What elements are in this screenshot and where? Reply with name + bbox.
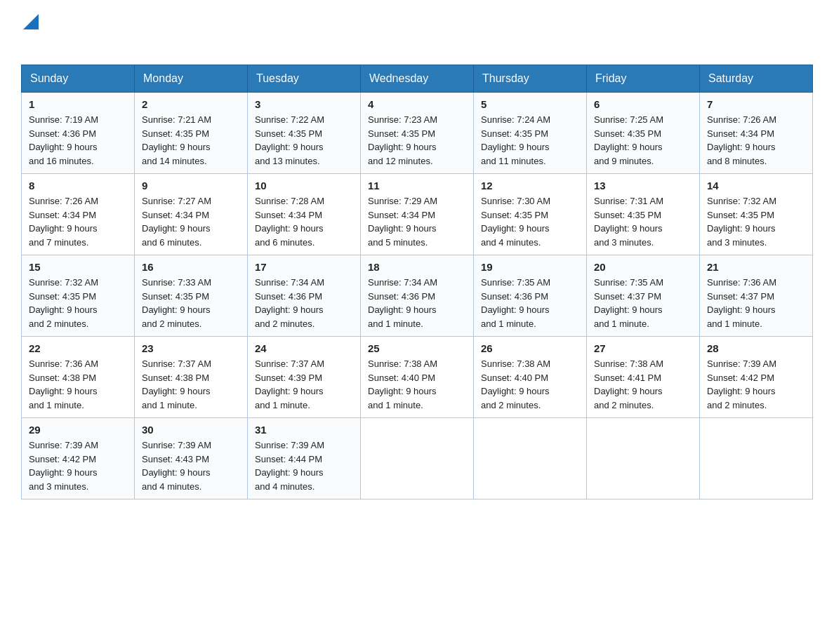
day-number: 22	[29, 342, 127, 354]
day-number: 13	[594, 180, 692, 192]
calendar-cell: 10 Sunrise: 7:28 AM Sunset: 4:34 PM Dayl…	[248, 174, 361, 255]
day-number: 31	[255, 424, 353, 436]
day-info: Sunrise: 7:31 AM Sunset: 4:35 PM Dayligh…	[594, 194, 692, 249]
calendar-cell	[474, 418, 587, 499]
calendar-cell: 18 Sunrise: 7:34 AM Sunset: 4:36 PM Dayl…	[361, 255, 474, 337]
calendar-week-row: 8 Sunrise: 7:26 AM Sunset: 4:34 PM Dayli…	[22, 174, 813, 255]
day-number: 21	[707, 261, 805, 273]
day-number: 12	[481, 180, 579, 192]
day-info: Sunrise: 7:38 AM Sunset: 4:40 PM Dayligh…	[368, 357, 466, 412]
day-info: Sunrise: 7:30 AM Sunset: 4:35 PM Dayligh…	[481, 194, 579, 249]
day-number: 15	[29, 261, 127, 273]
calendar-cell: 27 Sunrise: 7:38 AM Sunset: 4:41 PM Dayl…	[587, 337, 700, 418]
svg-marker-0	[23, 14, 39, 29]
day-number: 14	[707, 180, 805, 192]
day-number: 9	[142, 180, 240, 192]
day-info: Sunrise: 7:28 AM Sunset: 4:34 PM Dayligh…	[255, 194, 353, 249]
day-info: Sunrise: 7:38 AM Sunset: 4:40 PM Dayligh…	[481, 357, 579, 412]
column-header-tuesday: Tuesday	[248, 65, 361, 93]
day-info: Sunrise: 7:35 AM Sunset: 4:37 PM Dayligh…	[594, 276, 692, 330]
calendar-cell	[361, 418, 474, 499]
day-number: 10	[255, 180, 353, 192]
calendar-cell: 22 Sunrise: 7:36 AM Sunset: 4:38 PM Dayl…	[22, 337, 135, 418]
calendar-cell: 9 Sunrise: 7:27 AM Sunset: 4:34 PM Dayli…	[135, 174, 248, 255]
day-number: 11	[368, 180, 466, 192]
calendar-cell: 28 Sunrise: 7:39 AM Sunset: 4:42 PM Dayl…	[700, 337, 813, 418]
day-info: Sunrise: 7:32 AM Sunset: 4:35 PM Dayligh…	[707, 194, 805, 249]
day-info: Sunrise: 7:21 AM Sunset: 4:35 PM Dayligh…	[142, 113, 240, 168]
calendar-cell: 29 Sunrise: 7:39 AM Sunset: 4:42 PM Dayl…	[22, 418, 135, 499]
column-header-monday: Monday	[135, 65, 248, 93]
day-info: Sunrise: 7:39 AM Sunset: 4:43 PM Dayligh…	[142, 438, 240, 493]
calendar-cell: 25 Sunrise: 7:38 AM Sunset: 4:40 PM Dayl…	[361, 337, 474, 418]
day-info: Sunrise: 7:38 AM Sunset: 4:41 PM Dayligh…	[594, 357, 692, 412]
day-number: 30	[142, 424, 240, 436]
calendar-week-row: 15 Sunrise: 7:32 AM Sunset: 4:35 PM Dayl…	[22, 255, 813, 337]
day-number: 16	[142, 261, 240, 273]
day-number: 4	[368, 98, 466, 110]
day-number: 7	[707, 98, 805, 110]
calendar-cell: 4 Sunrise: 7:23 AM Sunset: 4:35 PM Dayli…	[361, 93, 474, 174]
day-number: 3	[255, 98, 353, 110]
day-number: 5	[481, 98, 579, 110]
day-info: Sunrise: 7:36 AM Sunset: 4:38 PM Dayligh…	[29, 357, 127, 412]
day-info: Sunrise: 7:34 AM Sunset: 4:36 PM Dayligh…	[255, 276, 353, 330]
column-header-thursday: Thursday	[474, 65, 587, 93]
day-info: Sunrise: 7:23 AM Sunset: 4:35 PM Dayligh…	[368, 113, 466, 168]
day-info: Sunrise: 7:37 AM Sunset: 4:38 PM Dayligh…	[142, 357, 240, 412]
day-number: 23	[142, 342, 240, 354]
logo-icon	[23, 14, 39, 31]
calendar-cell: 26 Sunrise: 7:38 AM Sunset: 4:40 PM Dayl…	[474, 337, 587, 418]
calendar-cell: 21 Sunrise: 7:36 AM Sunset: 4:37 PM Dayl…	[700, 255, 813, 337]
calendar-week-row: 29 Sunrise: 7:39 AM Sunset: 4:42 PM Dayl…	[22, 418, 813, 499]
column-header-wednesday: Wednesday	[361, 65, 474, 93]
day-number: 18	[368, 261, 466, 273]
day-info: Sunrise: 7:39 AM Sunset: 4:42 PM Dayligh…	[29, 438, 127, 493]
day-number: 27	[594, 342, 692, 354]
day-number: 29	[29, 424, 127, 436]
day-info: Sunrise: 7:32 AM Sunset: 4:35 PM Dayligh…	[29, 276, 127, 330]
day-number: 26	[481, 342, 579, 354]
day-info: Sunrise: 7:35 AM Sunset: 4:36 PM Dayligh…	[481, 276, 579, 330]
calendar-week-row: 22 Sunrise: 7:36 AM Sunset: 4:38 PM Dayl…	[22, 337, 813, 418]
column-header-saturday: Saturday	[700, 65, 813, 93]
day-info: Sunrise: 7:24 AM Sunset: 4:35 PM Dayligh…	[481, 113, 579, 168]
day-info: Sunrise: 7:39 AM Sunset: 4:42 PM Dayligh…	[707, 357, 805, 412]
day-number: 2	[142, 98, 240, 110]
calendar-cell: 30 Sunrise: 7:39 AM Sunset: 4:43 PM Dayl…	[135, 418, 248, 499]
day-number: 8	[29, 180, 127, 192]
day-info: Sunrise: 7:25 AM Sunset: 4:35 PM Dayligh…	[594, 113, 692, 168]
day-number: 20	[594, 261, 692, 273]
column-header-sunday: Sunday	[22, 65, 135, 93]
day-info: Sunrise: 7:36 AM Sunset: 4:37 PM Dayligh…	[707, 276, 805, 330]
calendar-cell: 13 Sunrise: 7:31 AM Sunset: 4:35 PM Dayl…	[587, 174, 700, 255]
day-number: 25	[368, 342, 466, 354]
calendar-cell: 3 Sunrise: 7:22 AM Sunset: 4:35 PM Dayli…	[248, 93, 361, 174]
calendar-cell: 31 Sunrise: 7:39 AM Sunset: 4:44 PM Dayl…	[248, 418, 361, 499]
calendar-cell: 14 Sunrise: 7:32 AM Sunset: 4:35 PM Dayl…	[700, 174, 813, 255]
day-info: Sunrise: 7:39 AM Sunset: 4:44 PM Dayligh…	[255, 438, 353, 493]
page-header	[21, 14, 813, 51]
day-info: Sunrise: 7:26 AM Sunset: 4:34 PM Dayligh…	[29, 194, 127, 249]
calendar-cell: 12 Sunrise: 7:30 AM Sunset: 4:35 PM Dayl…	[474, 174, 587, 255]
calendar-cell: 19 Sunrise: 7:35 AM Sunset: 4:36 PM Dayl…	[474, 255, 587, 337]
calendar-week-row: 1 Sunrise: 7:19 AM Sunset: 4:36 PM Dayli…	[22, 93, 813, 174]
calendar-cell: 1 Sunrise: 7:19 AM Sunset: 4:36 PM Dayli…	[22, 93, 135, 174]
day-number: 19	[481, 261, 579, 273]
calendar-cell: 16 Sunrise: 7:33 AM Sunset: 4:35 PM Dayl…	[135, 255, 248, 337]
calendar-cell: 17 Sunrise: 7:34 AM Sunset: 4:36 PM Dayl…	[248, 255, 361, 337]
calendar-cell	[587, 418, 700, 499]
calendar-cell: 23 Sunrise: 7:37 AM Sunset: 4:38 PM Dayl…	[135, 337, 248, 418]
calendar-cell	[700, 418, 813, 499]
calendar-cell: 2 Sunrise: 7:21 AM Sunset: 4:35 PM Dayli…	[135, 93, 248, 174]
day-number: 6	[594, 98, 692, 110]
day-info: Sunrise: 7:19 AM Sunset: 4:36 PM Dayligh…	[29, 113, 127, 168]
calendar-cell: 6 Sunrise: 7:25 AM Sunset: 4:35 PM Dayli…	[587, 93, 700, 174]
day-number: 1	[29, 98, 127, 110]
day-info: Sunrise: 7:33 AM Sunset: 4:35 PM Dayligh…	[142, 276, 240, 330]
logo	[21, 14, 39, 51]
day-number: 24	[255, 342, 353, 354]
day-number: 17	[255, 261, 353, 273]
day-info: Sunrise: 7:29 AM Sunset: 4:34 PM Dayligh…	[368, 194, 466, 249]
calendar-cell: 11 Sunrise: 7:29 AM Sunset: 4:34 PM Dayl…	[361, 174, 474, 255]
